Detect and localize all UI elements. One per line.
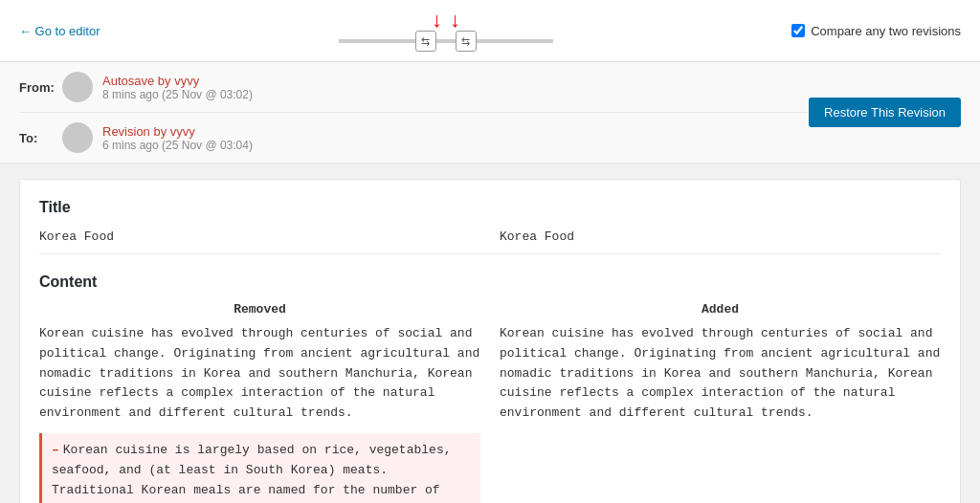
arrow-left: ↓ [432, 10, 442, 31]
content-section: Content Removed Korean cuisine has evolv… [39, 273, 941, 503]
removed-text: Korean cuisine is largely based on rice,… [52, 443, 451, 503]
restore-button[interactable]: Restore This Revision [809, 98, 961, 127]
track-left [339, 39, 415, 43]
slider-section: ↓ ↓ ⇆ ⇆ [339, 10, 553, 52]
from-label: From: [19, 80, 62, 95]
added-col: Added Korean cuisine has evolved through… [500, 302, 941, 503]
to-time: 6 mins ago (25 Nov @ 03:04) [102, 139, 809, 152]
arrow-right: ↓ [450, 10, 460, 31]
removed-col: Removed Korean cuisine has evolved throu… [39, 302, 480, 503]
to-info: Revision by vyvy 6 mins ago (25 Nov @ 03… [102, 124, 809, 152]
slider-handle-left[interactable]: ⇆ [415, 31, 436, 52]
revision-row-from: From: Autosave by vyvy 8 mins ago (25 No… [19, 62, 809, 113]
title-left: Korea Food [39, 230, 480, 244]
from-time: 8 mins ago (25 Nov @ 03:02) [102, 88, 809, 101]
removed-paragraph: Korean cuisine has evolved through centu… [39, 324, 480, 424]
to-avatar [62, 122, 93, 153]
removed-dash: – [52, 443, 59, 457]
top-bar: ← Go to editor ↓ ↓ ⇆ ⇆ Compare any two r… [0, 0, 980, 62]
slider-controls[interactable]: ⇆ ⇆ [339, 31, 553, 52]
removed-block: –Korean cuisine is largely based on rice… [39, 433, 480, 503]
added-paragraph: Korean cuisine has evolved through centu… [500, 324, 941, 424]
title-section: Title Korea Food Korea Food [39, 199, 941, 254]
from-avatar [62, 72, 93, 102]
removed-header: Removed [39, 302, 480, 317]
revisions-list: From: Autosave by vyvy 8 mins ago (25 No… [19, 62, 809, 163]
title-right: Korea Food [500, 230, 941, 244]
arrows-indicator: ↓ ↓ [432, 10, 460, 31]
compare-checkbox[interactable] [791, 24, 805, 37]
compare-label: Compare any two revisions [811, 24, 961, 38]
revision-row-to: To: Revision by vyvy 6 mins ago (25 Nov … [19, 113, 809, 163]
main-content: Title Korea Food Korea Food Content Remo… [19, 179, 961, 503]
go-to-editor-link[interactable]: ← Go to editor [19, 24, 100, 38]
revisions-from-to: From: Autosave by vyvy 8 mins ago (25 No… [19, 62, 809, 163]
from-author: Autosave by vyvy [102, 74, 809, 88]
content-section-heading: Content [39, 273, 941, 291]
content-diff-cols: Removed Korean cuisine has evolved throu… [39, 302, 941, 503]
from-info: Autosave by vyvy 8 mins ago (25 Nov @ 03… [102, 74, 809, 101]
added-header: Added [500, 302, 941, 317]
track-middle [436, 39, 456, 43]
slider-handle-right[interactable]: ⇆ [456, 31, 477, 52]
title-section-heading: Title [39, 199, 941, 216]
title-diff-row: Korea Food Korea Food [39, 230, 941, 254]
track-right [477, 39, 553, 43]
to-author: Revision by vyvy [102, 124, 809, 139]
compare-checkbox-area: Compare any two revisions [791, 24, 961, 38]
to-label: To: [19, 131, 62, 145]
revisions-bar: From: Autosave by vyvy 8 mins ago (25 No… [0, 62, 980, 164]
